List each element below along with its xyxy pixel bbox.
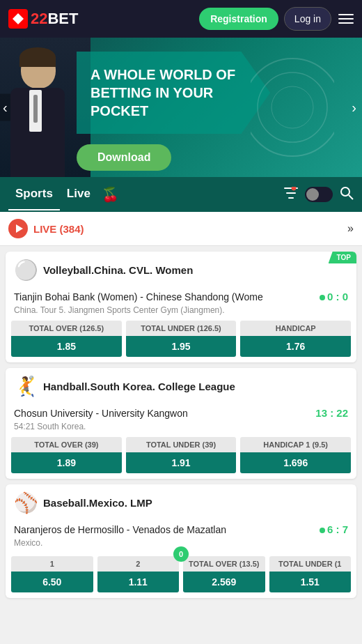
odds-value-b4[interactable]: 1.51	[269, 572, 352, 592]
odds-col-1: TOTAL OVER (126.5) 1.85	[11, 321, 122, 357]
match-teams-volleyball: Tianjin Bohai Bank (Women) - Chinese Sha…	[14, 291, 314, 302]
odds-value-1[interactable]: 1.85	[11, 336, 122, 357]
tab-sports[interactable]: Sports	[8, 178, 60, 210]
odds-value-h3[interactable]: 1.696	[240, 452, 351, 473]
card-baseball: ⚾ Baseball.Mexico. LMP Naranjeros de Her…	[6, 484, 356, 598]
odds-value-b3[interactable]: 2.569	[183, 572, 265, 592]
odds-toggle[interactable]	[305, 187, 333, 202]
logo-22: 22	[31, 10, 47, 28]
logo-icon	[8, 9, 28, 29]
hamburger-line2	[338, 18, 354, 20]
live-play-button[interactable]	[8, 219, 28, 238]
menu-button[interactable]	[338, 14, 354, 24]
odds-col-h2: TOTAL UNDER (39) 1.91	[126, 437, 237, 473]
match-teams-handball: Chosun University - University Kangwon	[14, 408, 310, 419]
odds-label-3: HANDICAP	[240, 321, 351, 336]
card-handball: 🤾 Handball.South Korea. College League C…	[6, 368, 356, 479]
card-odds-handball: TOTAL OVER (39) 1.89 TOTAL UNDER (39) 1.…	[6, 437, 356, 479]
banner-title-line3: POCKET	[90, 102, 235, 120]
card-title-handball: Handball.South Korea. College League	[43, 381, 235, 392]
toggle-knob	[306, 188, 319, 201]
score-dot	[320, 295, 325, 300]
volleyball-icon: ⚪	[14, 259, 36, 281]
card-info-volleyball: China. Tour 5. Jiangmen Sports Center Gy…	[6, 304, 356, 321]
banner-title-line1: A WHOLE WORLD OF	[90, 66, 235, 84]
odds-col-b1: 1 6.50	[11, 556, 93, 592]
odds-value-h2[interactable]: 1.91	[126, 452, 237, 473]
odds-col-3: HANDICAP 1.76	[240, 321, 351, 357]
baseball-icon: ⚾	[14, 491, 36, 514]
svg-rect-5	[286, 192, 296, 194]
svg-marker-0	[13, 13, 24, 24]
cards-container: ⚪ Volleyball.China. CVL. Women TOP Tianj…	[0, 246, 362, 609]
hamburger-line3	[338, 22, 354, 24]
registration-button[interactable]: Registration	[199, 8, 278, 30]
live-chevron[interactable]: »	[347, 222, 354, 235]
odds-value-b1[interactable]: 6.50	[11, 572, 93, 592]
match-score-handball: 13 : 22	[315, 407, 348, 419]
casino-icon[interactable]: 🍒	[102, 186, 119, 203]
card-match-baseball: Naranjeros de Hermosillo - Venados de Ma…	[6, 521, 356, 537]
odds-col-b4: TOTAL UNDER (1 1.51	[269, 556, 352, 592]
banner: A WHOLE WORLD OF BETTING IN YOUR POCKET …	[0, 38, 362, 177]
match-score-baseball: 6 : 7	[320, 523, 348, 535]
match-score-volleyball: 0 : 0	[320, 291, 348, 302]
odds-col-b3: TOTAL OVER (13.5) 2.569	[183, 556, 265, 592]
handball-icon: 🤾	[14, 375, 36, 397]
live-label: LIVE (384)	[33, 223, 84, 235]
banner-title-line2: BETTING IN YOUR	[90, 84, 235, 102]
odds-label-h2: TOTAL UNDER (39)	[126, 437, 237, 452]
svg-point-1	[251, 59, 334, 156]
odds-label-b3: TOTAL OVER (13.5)	[183, 556, 265, 572]
card-odds-baseball: 1 6.50 2 1.11 TOTAL OVER (13.5) 2.569 TO…	[6, 556, 356, 598]
live-bar: LIVE (384) »	[0, 212, 362, 246]
svg-point-3	[272, 86, 313, 128]
download-button[interactable]: Download	[77, 144, 171, 171]
odds-label-h1: TOTAL OVER (39)	[11, 437, 122, 452]
svg-rect-6	[288, 197, 294, 199]
search-icon[interactable]	[340, 186, 354, 204]
nav-tabs: Sports Live 🍒	[0, 177, 362, 212]
logo: 22 BET	[8, 9, 78, 29]
odds-label-h3: HANDICAP 1 (9.5)	[240, 437, 351, 452]
odds-value-2[interactable]: 1.95	[126, 336, 237, 357]
hamburger-line1	[338, 14, 354, 15]
svg-point-7	[292, 187, 296, 190]
odds-label-b2: 2	[97, 556, 180, 572]
top-badge: TOP	[329, 252, 356, 263]
svg-point-8	[341, 187, 349, 196]
banner-next-arrow[interactable]: ›	[352, 100, 356, 116]
svg-point-2	[258, 72, 327, 142]
tab-live[interactable]: Live	[60, 178, 97, 210]
card-match-handball: Chosun University - University Kangwon 1…	[6, 404, 356, 420]
match-teams-baseball: Naranjeros de Hermosillo - Venados de Ma…	[14, 524, 314, 535]
card-header-baseball: ⚾ Baseball.Mexico. LMP	[6, 484, 356, 521]
banner-prev-arrow[interactable]: ‹	[0, 94, 10, 121]
score-dot-baseball	[320, 528, 325, 533]
odds-value-b2[interactable]: 1.11	[97, 572, 180, 592]
odds-label-b4: TOTAL UNDER (1	[269, 556, 352, 572]
notification-badge: 0	[173, 546, 189, 562]
odds-value-h1[interactable]: 1.89	[11, 452, 122, 473]
odds-col-h3: HANDICAP 1 (9.5) 1.696	[240, 437, 351, 473]
header: 22 BET Registration Log in	[0, 0, 362, 38]
banner-decoration	[251, 52, 334, 166]
card-volleyball: ⚪ Volleyball.China. CVL. Women TOP Tianj…	[6, 252, 356, 362]
card-title-volleyball: Volleyball.China. CVL. Women	[43, 264, 193, 276]
odds-label-1: TOTAL OVER (126.5)	[11, 321, 122, 336]
card-odds-volleyball: TOTAL OVER (126.5) 1.85 TOTAL UNDER (126…	[6, 321, 356, 362]
banner-shape: A WHOLE WORLD OF BETTING IN YOUR POCKET	[77, 52, 270, 134]
login-button[interactable]: Log in	[284, 7, 331, 31]
logo-bet: BET	[47, 10, 78, 28]
odds-col-b2: 2 1.11	[97, 556, 180, 592]
banner-content: A WHOLE WORLD OF BETTING IN YOUR POCKET …	[77, 52, 270, 171]
odds-label-b1: 1	[11, 556, 93, 572]
odds-col-2: TOTAL UNDER (126.5) 1.95	[126, 321, 237, 357]
svg-line-9	[349, 195, 353, 199]
odds-value-3[interactable]: 1.76	[240, 336, 351, 357]
card-info-handball: 54:21 South Korea.	[6, 420, 356, 437]
card-header-volleyball: ⚪ Volleyball.China. CVL. Women TOP	[6, 252, 356, 288]
card-header-handball: 🤾 Handball.South Korea. College League	[6, 368, 356, 404]
card-match-volleyball: Tianjin Bohai Bank (Women) - Chinese Sha…	[6, 288, 356, 304]
filter-icon[interactable]	[284, 187, 298, 203]
